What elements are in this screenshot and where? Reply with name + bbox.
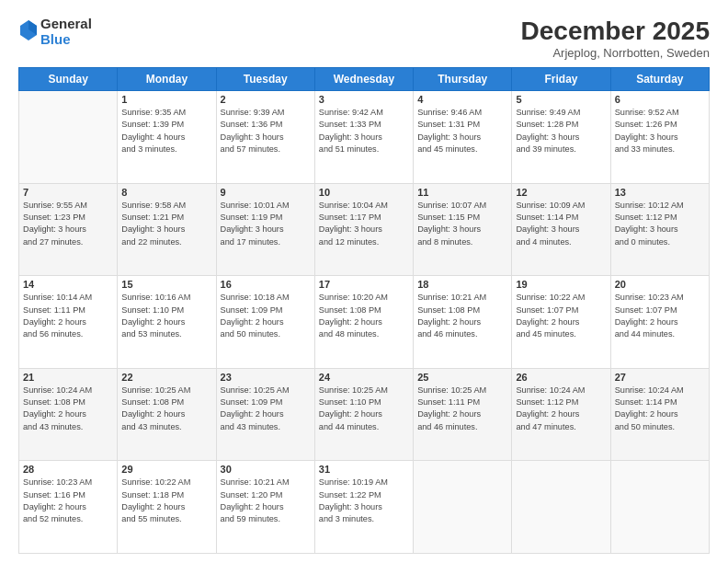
title-block: December 2025 Arjeplog, Norrbotten, Swed… (521, 17, 710, 60)
day-info: Sunrise: 9:46 AM Sunset: 1:31 PM Dayligh… (417, 107, 507, 155)
day-info: Sunrise: 9:55 AM Sunset: 1:23 PM Dayligh… (23, 200, 113, 248)
day-info: Sunrise: 9:39 AM Sunset: 1:36 PM Dayligh… (221, 107, 311, 155)
day-info: Sunrise: 10:07 AM Sunset: 1:15 PM Daylig… (417, 200, 507, 248)
day-info: Sunrise: 10:25 AM Sunset: 1:08 PM Daylig… (121, 385, 211, 433)
calendar-week-row: 14Sunrise: 10:14 AM Sunset: 1:11 PM Dayl… (19, 276, 710, 369)
day-info: Sunrise: 10:18 AM Sunset: 1:09 PM Daylig… (221, 292, 311, 340)
day-info: Sunrise: 10:19 AM Sunset: 1:22 PM Daylig… (319, 477, 409, 525)
day-number: 9 (221, 187, 311, 198)
day-info: Sunrise: 10:21 AM Sunset: 1:20 PM Daylig… (221, 477, 311, 525)
location-subtitle: Arjeplog, Norrbotten, Sweden (521, 46, 710, 60)
day-number: 25 (417, 372, 507, 383)
day-info: Sunrise: 10:22 AM Sunset: 1:18 PM Daylig… (121, 477, 211, 525)
calendar-cell: 16Sunrise: 10:18 AM Sunset: 1:09 PM Dayl… (216, 276, 314, 369)
calendar-cell: 29Sunrise: 10:22 AM Sunset: 1:18 PM Dayl… (118, 461, 216, 554)
day-number: 15 (121, 279, 211, 290)
calendar-cell: 17Sunrise: 10:20 AM Sunset: 1:08 PM Dayl… (314, 276, 413, 369)
calendar-week-row: 21Sunrise: 10:24 AM Sunset: 1:08 PM Dayl… (19, 368, 710, 461)
day-info: Sunrise: 10:24 AM Sunset: 1:14 PM Daylig… (615, 385, 705, 433)
weekday-header: Sunday (19, 68, 118, 91)
weekday-header: Tuesday (216, 68, 314, 91)
day-number: 17 (319, 279, 409, 290)
day-info: Sunrise: 10:20 AM Sunset: 1:08 PM Daylig… (319, 292, 409, 340)
day-number: 6 (615, 94, 705, 105)
calendar-cell (19, 91, 118, 184)
calendar-cell: 27Sunrise: 10:24 AM Sunset: 1:14 PM Dayl… (610, 368, 709, 461)
calendar-cell: 24Sunrise: 10:25 AM Sunset: 1:10 PM Dayl… (314, 368, 413, 461)
day-info: Sunrise: 10:25 AM Sunset: 1:11 PM Daylig… (417, 385, 507, 433)
day-number: 7 (23, 187, 113, 198)
day-number: 23 (221, 372, 311, 383)
day-info: Sunrise: 10:14 AM Sunset: 1:11 PM Daylig… (23, 292, 113, 340)
calendar-cell: 12Sunrise: 10:09 AM Sunset: 1:14 PM Dayl… (512, 183, 610, 276)
calendar-cell: 19Sunrise: 10:22 AM Sunset: 1:07 PM Dayl… (512, 276, 610, 369)
calendar-cell: 11Sunrise: 10:07 AM Sunset: 1:15 PM Dayl… (414, 183, 512, 276)
calendar-cell: 20Sunrise: 10:23 AM Sunset: 1:07 PM Dayl… (610, 276, 709, 369)
calendar-cell: 15Sunrise: 10:16 AM Sunset: 1:10 PM Dayl… (118, 276, 216, 369)
day-info: Sunrise: 10:12 AM Sunset: 1:12 PM Daylig… (615, 200, 705, 248)
day-number: 30 (221, 464, 311, 475)
day-info: Sunrise: 9:35 AM Sunset: 1:39 PM Dayligh… (121, 107, 211, 155)
day-number: 10 (319, 187, 409, 198)
day-info: Sunrise: 10:09 AM Sunset: 1:14 PM Daylig… (516, 200, 606, 248)
day-info: Sunrise: 9:49 AM Sunset: 1:28 PM Dayligh… (516, 107, 606, 155)
logo-blue: Blue (40, 32, 92, 48)
day-number: 16 (221, 279, 311, 290)
calendar-header-row: SundayMondayTuesdayWednesdayThursdayFrid… (19, 68, 710, 91)
day-number: 21 (23, 372, 113, 383)
calendar-week-row: 1Sunrise: 9:35 AM Sunset: 1:39 PM Daylig… (19, 91, 710, 184)
calendar-cell: 7Sunrise: 9:55 AM Sunset: 1:23 PM Daylig… (19, 183, 118, 276)
day-info: Sunrise: 10:24 AM Sunset: 1:08 PM Daylig… (23, 385, 113, 433)
calendar-cell (512, 461, 610, 554)
day-info: Sunrise: 10:04 AM Sunset: 1:17 PM Daylig… (319, 200, 409, 248)
day-number: 3 (319, 94, 409, 105)
day-number: 28 (23, 464, 113, 475)
day-number: 11 (417, 187, 507, 198)
calendar-cell: 14Sunrise: 10:14 AM Sunset: 1:11 PM Dayl… (19, 276, 118, 369)
day-number: 26 (516, 372, 606, 383)
day-number: 19 (516, 279, 606, 290)
day-number: 8 (121, 187, 211, 198)
calendar-cell: 30Sunrise: 10:21 AM Sunset: 1:20 PM Dayl… (216, 461, 314, 554)
calendar-week-row: 28Sunrise: 10:23 AM Sunset: 1:16 PM Dayl… (19, 461, 710, 554)
day-number: 13 (615, 187, 705, 198)
day-info: Sunrise: 10:25 AM Sunset: 1:09 PM Daylig… (221, 385, 311, 433)
day-info: Sunrise: 9:42 AM Sunset: 1:33 PM Dayligh… (319, 107, 409, 155)
weekday-header: Friday (512, 68, 610, 91)
calendar-cell: 9Sunrise: 10:01 AM Sunset: 1:19 PM Dayli… (216, 183, 314, 276)
month-title: December 2025 (521, 17, 710, 46)
day-number: 24 (319, 372, 409, 383)
day-number: 14 (23, 279, 113, 290)
day-number: 31 (319, 464, 409, 475)
day-info: Sunrise: 10:25 AM Sunset: 1:10 PM Daylig… (319, 385, 409, 433)
weekday-header: Thursday (414, 68, 512, 91)
day-number: 1 (121, 94, 211, 105)
weekday-header: Wednesday (314, 68, 413, 91)
day-number: 22 (121, 372, 211, 383)
calendar-cell: 28Sunrise: 10:23 AM Sunset: 1:16 PM Dayl… (19, 461, 118, 554)
calendar-cell: 5Sunrise: 9:49 AM Sunset: 1:28 PM Daylig… (512, 91, 610, 184)
day-info: Sunrise: 10:22 AM Sunset: 1:07 PM Daylig… (516, 292, 606, 340)
logo-icon (20, 20, 37, 40)
calendar-cell: 25Sunrise: 10:25 AM Sunset: 1:11 PM Dayl… (414, 368, 512, 461)
calendar-cell: 10Sunrise: 10:04 AM Sunset: 1:17 PM Dayl… (314, 183, 413, 276)
weekday-header: Monday (118, 68, 216, 91)
day-info: Sunrise: 9:58 AM Sunset: 1:21 PM Dayligh… (121, 200, 211, 248)
day-number: 18 (417, 279, 507, 290)
page: General Blue December 2025 Arjeplog, Nor… (0, 0, 728, 563)
day-info: Sunrise: 9:52 AM Sunset: 1:26 PM Dayligh… (615, 107, 705, 155)
calendar-cell: 1Sunrise: 9:35 AM Sunset: 1:39 PM Daylig… (118, 91, 216, 184)
day-number: 27 (615, 372, 705, 383)
day-info: Sunrise: 10:01 AM Sunset: 1:19 PM Daylig… (221, 200, 311, 248)
calendar-cell: 6Sunrise: 9:52 AM Sunset: 1:26 PM Daylig… (610, 91, 709, 184)
day-number: 2 (221, 94, 311, 105)
calendar-table: SundayMondayTuesdayWednesdayThursdayFrid… (18, 67, 710, 554)
calendar-cell (610, 461, 709, 554)
day-info: Sunrise: 10:21 AM Sunset: 1:08 PM Daylig… (417, 292, 507, 340)
calendar-cell: 26Sunrise: 10:24 AM Sunset: 1:12 PM Dayl… (512, 368, 610, 461)
calendar-cell: 22Sunrise: 10:25 AM Sunset: 1:08 PM Dayl… (118, 368, 216, 461)
day-number: 12 (516, 187, 606, 198)
day-number: 5 (516, 94, 606, 105)
day-info: Sunrise: 10:23 AM Sunset: 1:07 PM Daylig… (615, 292, 705, 340)
calendar-cell: 13Sunrise: 10:12 AM Sunset: 1:12 PM Dayl… (610, 183, 709, 276)
